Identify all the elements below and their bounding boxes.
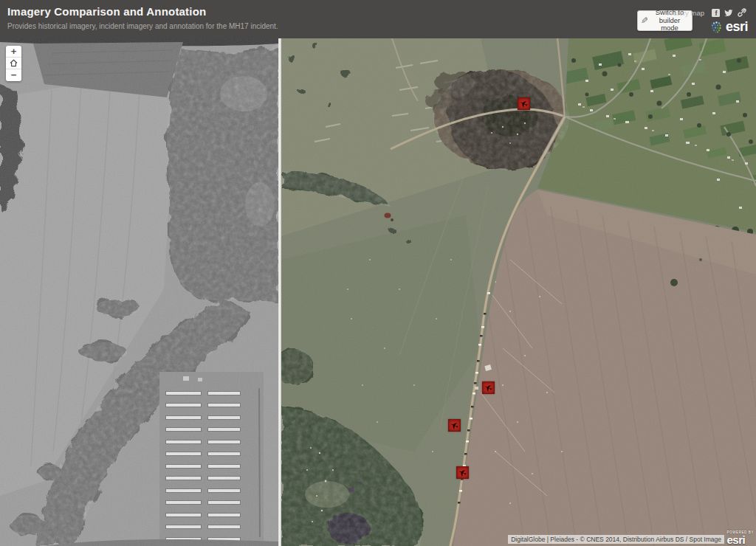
link-icon[interactable] xyxy=(738,8,746,17)
crash-site-marker[interactable]: ✈ xyxy=(518,97,530,110)
powered-by-esri-badge: POWERED BY esri xyxy=(726,531,754,546)
historical-imagery-graphic xyxy=(0,38,278,546)
road-marker-3[interactable]: ✈ xyxy=(456,466,469,479)
swipe-divider[interactable] xyxy=(278,38,281,546)
pencil-icon: ✎ xyxy=(641,15,648,26)
road-marker-2[interactable]: ✈ xyxy=(448,419,461,432)
incident-imagery-graphic xyxy=(281,38,756,546)
powered-by-esri-wordmark: esri xyxy=(726,534,754,545)
map-attribution: DigitalGlobe | Pleiades - © CNES 2014, D… xyxy=(508,535,724,544)
facebook-icon[interactable]: f xyxy=(711,8,720,17)
story-map-links: A story map f xyxy=(667,8,746,17)
app-header: Imagery Comparison and Annotation Provid… xyxy=(0,0,756,38)
story-map-label: A story map xyxy=(667,9,704,17)
home-button[interactable] xyxy=(6,58,21,69)
home-icon xyxy=(10,59,18,67)
esri-logo[interactable]: esri xyxy=(709,19,748,35)
crashed-plane-icon: ✈ xyxy=(457,466,468,478)
crashed-plane-icon: ✈ xyxy=(483,381,494,393)
historical-imagery-map[interactable]: + − xyxy=(0,38,278,546)
esri-wordmark: esri xyxy=(726,19,748,35)
road-marker-1[interactable]: ✈ xyxy=(482,381,495,394)
story-map-app: Imagery Comparison and Annotation Provid… xyxy=(0,0,756,546)
zoom-in-button[interactable]: + xyxy=(6,46,21,58)
crashed-plane-icon: ✈ xyxy=(449,419,460,431)
map-zoom-control: + − xyxy=(6,46,21,81)
page-title: Imagery Comparison and Annotation xyxy=(7,5,206,18)
esri-globe-icon xyxy=(709,20,724,34)
zoom-out-button[interactable]: − xyxy=(6,69,21,81)
page-subtitle: Provides historical imagery, incident im… xyxy=(7,22,278,30)
twitter-icon[interactable] xyxy=(724,8,733,17)
incident-imagery-map[interactable]: ✈✈✈✈ DigitalGlobe | Pleiades - © CNES 20… xyxy=(281,38,756,546)
crashed-plane-icon: ✈ xyxy=(518,97,529,109)
